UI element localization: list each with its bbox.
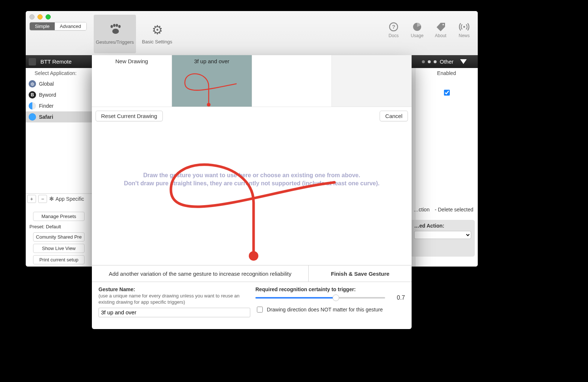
gear-icon: ✻ bbox=[49, 196, 54, 202]
direction-checkbox-row: Drawing direction does NOT matter for th… bbox=[255, 306, 405, 314]
svg-point-11 bbox=[249, 251, 258, 261]
certainty-slider[interactable] bbox=[255, 297, 385, 299]
sidebar-item-label: Finder bbox=[39, 103, 54, 109]
predefined-action-panel: …ed Action: bbox=[410, 220, 475, 257]
finder-icon bbox=[29, 102, 36, 110]
certainty-label: Required recognition certainty to trigge… bbox=[255, 286, 405, 292]
about-label: About bbox=[435, 33, 446, 38]
tag-icon bbox=[435, 21, 446, 33]
docs-label: Docs bbox=[388, 33, 398, 38]
tab-basic-settings[interactable]: ⚙︎ Basic Settings bbox=[136, 15, 178, 53]
gear-icon: ⚙︎ bbox=[152, 24, 163, 36]
svg-point-4 bbox=[112, 29, 119, 34]
thumb-new-drawing[interactable]: New Drawing bbox=[92, 55, 172, 107]
svg-point-10 bbox=[207, 103, 211, 107]
add-variation-button[interactable]: Add another variation of the same gestur… bbox=[92, 265, 309, 282]
preset-default-label: Preset: Default bbox=[26, 223, 92, 230]
news-button[interactable]: News bbox=[456, 21, 473, 38]
thumb-empty-2[interactable] bbox=[332, 55, 412, 107]
remove-app-button[interactable]: − bbox=[38, 195, 47, 203]
thumb-empty-1[interactable] bbox=[252, 55, 332, 107]
tab-gestures[interactable]: Gestures/Triggers bbox=[94, 15, 136, 53]
tab-basic-settings-label: Basic Settings bbox=[142, 39, 172, 44]
predefined-action-select[interactable] bbox=[414, 231, 471, 239]
direction-checkbox[interactable] bbox=[257, 307, 263, 313]
sidebar-item-safari[interactable]: Safari bbox=[26, 111, 92, 122]
print-setup-button[interactable]: Print current setup bbox=[33, 255, 85, 264]
gesture-drawing-sheet: New Drawing 3f up and over Reset Current… bbox=[92, 55, 412, 329]
byword-icon: B bbox=[29, 91, 36, 99]
config-row: Gesture Name: (use a unique name for eve… bbox=[92, 282, 412, 317]
presets-section: Manage Presets Preset: Default Comunity … bbox=[26, 210, 92, 267]
toolbar-right: ? Docs Usage About bbox=[385, 21, 473, 38]
paw-icon bbox=[109, 24, 121, 36]
show-live-view-button[interactable]: Show Live View bbox=[33, 244, 85, 253]
sidebar-tools: + − ✻ App Specific bbox=[26, 193, 93, 204]
chevron-down-icon bbox=[460, 59, 467, 64]
window-minimize-button[interactable] bbox=[37, 14, 43, 19]
svg-point-3 bbox=[118, 25, 120, 28]
add-app-button[interactable]: + bbox=[27, 195, 36, 203]
about-button[interactable]: About bbox=[432, 21, 449, 38]
traffic-lights bbox=[29, 14, 51, 19]
gesture-preview-icon bbox=[172, 55, 252, 107]
broadcast-icon bbox=[459, 21, 470, 33]
toolbar-tabs: Gestures/Triggers ⚙︎ Basic Settings bbox=[94, 15, 178, 53]
usage-label: Usage bbox=[411, 33, 424, 38]
sidebar-item-label: Safari bbox=[39, 114, 53, 120]
app-specific-label: App Specific bbox=[55, 196, 84, 202]
drawing-canvas[interactable]: Reset Current Drawing Cancel Draw the ge… bbox=[92, 107, 412, 265]
window-zoom-button[interactable] bbox=[46, 14, 51, 19]
svg-text:?: ? bbox=[392, 24, 395, 30]
attach-action-button[interactable]: …ction bbox=[413, 207, 430, 213]
docs-button[interactable]: ? Docs bbox=[385, 21, 402, 38]
sidebar-item-global[interactable]: ◍ Global bbox=[26, 78, 92, 89]
certainty-slider-row: 0.7 bbox=[255, 294, 405, 301]
enabled-checkbox[interactable] bbox=[444, 90, 450, 96]
svg-point-9 bbox=[463, 26, 465, 28]
svg-point-8 bbox=[442, 24, 444, 25]
row-actions: …ction - Delete selected bbox=[413, 207, 478, 213]
certainty-section: Required recognition certainty to trigge… bbox=[255, 286, 405, 317]
globe-icon: ◍ bbox=[29, 80, 36, 88]
pie-icon bbox=[412, 21, 422, 33]
help-icon: ? bbox=[389, 21, 398, 33]
tab-gestures-label: Gestures/Triggers bbox=[96, 39, 134, 45]
news-label: News bbox=[459, 33, 470, 38]
slider-knob[interactable] bbox=[333, 294, 339, 301]
community-presets-button[interactable]: Comunity Shared Pre bbox=[33, 232, 85, 242]
window-close-button[interactable] bbox=[29, 14, 35, 19]
sidebar-item-finder[interactable]: Finder bbox=[26, 100, 92, 111]
gesture-name-label: Gesture Name: bbox=[98, 286, 248, 292]
enabled-header: Enabled bbox=[415, 68, 478, 78]
manage-presets-button[interactable]: Manage Presets bbox=[33, 212, 85, 221]
paw-icon-svg bbox=[109, 24, 121, 35]
predefined-action-label: …ed Action: bbox=[414, 223, 471, 229]
mode-segment: Simple Advanced bbox=[29, 22, 87, 31]
enabled-checkbox-cell bbox=[415, 78, 478, 97]
gesture-stroke bbox=[92, 107, 412, 265]
gesture-name-input[interactable] bbox=[98, 308, 250, 317]
mode-advanced[interactable]: Advanced bbox=[55, 22, 86, 30]
other-tab[interactable]: Other bbox=[422, 58, 478, 65]
delete-selected-button[interactable]: - Delete selected bbox=[435, 207, 473, 213]
svg-point-1 bbox=[113, 24, 115, 27]
app-specific-button[interactable]: ✻ App Specific bbox=[49, 196, 84, 202]
sidebar: Select Application: ◍ Global B Byword Fi… bbox=[26, 68, 92, 267]
finish-save-button[interactable]: Finish & Save Gesture bbox=[309, 265, 412, 282]
other-label: Other bbox=[440, 58, 453, 65]
gesture-name-section: Gesture Name: (use a unique name for eve… bbox=[98, 286, 248, 317]
btt-remote-tab[interactable]: BTT Remote bbox=[26, 58, 96, 65]
select-application-header: Select Application: bbox=[26, 68, 92, 78]
thumb-3f-up-and-over[interactable]: 3f up and over bbox=[172, 55, 252, 107]
svg-point-0 bbox=[110, 25, 112, 28]
action-row: Add another variation of the same gestur… bbox=[92, 265, 412, 282]
mode-simple[interactable]: Simple bbox=[30, 22, 55, 30]
sidebar-item-byword[interactable]: B Byword bbox=[26, 89, 92, 100]
gesture-name-hint: (use a unique name for every drawing unl… bbox=[98, 293, 248, 306]
safari-icon bbox=[29, 113, 36, 121]
gesture-thumbnails: New Drawing 3f up and over bbox=[92, 55, 412, 107]
sidebar-item-label: Byword bbox=[39, 92, 56, 98]
toolbar: Simple Advanced Gestures/Tr bbox=[26, 11, 478, 56]
usage-button[interactable]: Usage bbox=[409, 21, 426, 38]
